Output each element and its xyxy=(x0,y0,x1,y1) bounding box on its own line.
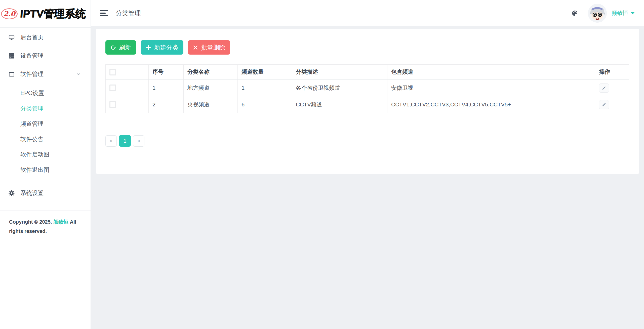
author-link[interactable]: 颜致恒 xyxy=(53,219,68,225)
page-title: 分类管理 xyxy=(116,9,141,17)
server-icon xyxy=(8,53,15,59)
sidebar-subitem-channel[interactable]: 频道管理 xyxy=(0,116,91,132)
refresh-button[interactable]: 刷新 xyxy=(105,40,136,55)
pagination-next-button[interactable]: » xyxy=(133,135,144,147)
toolbar: 刷新 新建分类 批量删除 xyxy=(105,40,629,55)
cell-channel-count: 6 xyxy=(238,96,292,113)
cell-category-name: 地方频道 xyxy=(184,80,238,96)
version-badge: 2.0 xyxy=(1,8,18,19)
table-header-row: 序号 分类名称 频道数量 分类描述 包含频道 操作 xyxy=(106,65,629,80)
app-window-icon xyxy=(8,71,15,77)
sidebar-subitem-exit-image[interactable]: 软件退出图 xyxy=(0,162,91,178)
cell-seq: 1 xyxy=(149,80,184,96)
cell-description: CCTV频道 xyxy=(292,96,387,113)
main-area: 分类管理 xyxy=(91,0,644,329)
user-menu[interactable]: 颜致恒 xyxy=(612,9,635,17)
column-header: 序号 xyxy=(149,65,184,80)
cell-seq: 2 xyxy=(149,96,184,113)
batch-delete-button[interactable]: 批量删除 xyxy=(188,40,230,55)
copyright: Copyright © 2025. 颜致恒 All rights reserve… xyxy=(0,211,91,236)
sidebar: 2.0 IPTV管理系统 后台首页 xyxy=(0,0,91,329)
sidebar-subitem-epg[interactable]: EPG设置 xyxy=(0,86,91,101)
gear-icon xyxy=(8,190,15,196)
column-header: 频道数量 xyxy=(238,65,292,80)
column-header: 分类名称 xyxy=(184,65,238,80)
pagination-page-1[interactable]: 1 xyxy=(119,135,131,147)
username: 颜致恒 xyxy=(612,9,628,17)
cell-description: 各个省份卫视频道 xyxy=(292,80,387,96)
brand-title: IPTV管理系统 xyxy=(20,7,86,21)
cell-channel-count: 1 xyxy=(238,80,292,96)
palette-icon xyxy=(572,10,578,16)
user-avatar[interactable] xyxy=(588,4,607,23)
sidebar-subitem-splash[interactable]: 软件启动图 xyxy=(0,147,91,162)
sidebar-item-label: 系统设置 xyxy=(20,189,44,197)
table-row: 1 地方频道 1 各个省份卫视频道 安徽卫视 xyxy=(106,80,629,96)
select-all-header-cell xyxy=(106,65,149,80)
cell-category-name: 央视频道 xyxy=(184,96,238,113)
chevron-down-icon xyxy=(76,72,80,76)
edit-row-button[interactable] xyxy=(599,84,609,93)
brand: 2.0 IPTV管理系统 xyxy=(0,0,91,28)
category-card: 刷新 新建分类 批量删除 xyxy=(96,29,639,174)
sidebar-item-label: 软件管理 xyxy=(20,70,44,78)
column-header: 包含频道 xyxy=(387,65,595,80)
menu-toggle-button[interactable] xyxy=(100,10,108,16)
pencil-icon xyxy=(602,86,606,90)
table-row: 2 央视频道 6 CCTV频道 CCTV1,CCTV2,CCTV3,CCTV4,… xyxy=(106,96,629,113)
sidebar-item-home[interactable]: 后台首页 xyxy=(0,28,91,47)
app-root: 2.0 IPTV管理系统 后台首页 xyxy=(0,0,644,329)
row-checkbox[interactable] xyxy=(109,85,116,91)
close-icon xyxy=(193,45,198,50)
monitor-icon xyxy=(8,34,15,41)
pagination-prev-button[interactable]: « xyxy=(105,135,117,147)
column-header: 分类描述 xyxy=(292,65,387,80)
column-header: 操作 xyxy=(595,65,629,80)
pagination: « 1 » xyxy=(105,135,629,147)
sidebar-item-label: 设备管理 xyxy=(20,52,44,60)
category-table: 序号 分类名称 频道数量 分类描述 包含频道 操作 1 地方频道 xyxy=(105,64,629,113)
sidebar-subitem-category[interactable]: 分类管理 xyxy=(0,101,91,116)
row-checkbox[interactable] xyxy=(109,101,116,108)
sidebar-item-label: 后台首页 xyxy=(20,33,44,41)
topbar: 分类管理 xyxy=(91,0,644,26)
copyright-prefix: Copyright © 2025. xyxy=(9,219,52,225)
avatar-image xyxy=(588,4,607,23)
edit-row-button[interactable] xyxy=(599,100,609,109)
software-submenu: EPG设置 分类管理 频道管理 软件公告 软件启动图 软件退出图 xyxy=(0,83,91,180)
sidebar-item-settings[interactable]: 系统设置 xyxy=(0,184,91,202)
caret-down-icon xyxy=(631,12,635,14)
sidebar-menu: 后台首页 设备管理 xyxy=(0,28,91,202)
select-all-checkbox[interactable] xyxy=(109,69,116,75)
cell-channels: CCTV1,CCTV2,CCTV3,CCTV4,CCTV5,CCTV5+ xyxy=(387,96,595,113)
refresh-icon xyxy=(110,45,116,50)
topbar-right: 颜致恒 xyxy=(572,4,635,23)
cell-channels: 安徽卫视 xyxy=(387,80,595,96)
plus-icon xyxy=(146,45,151,50)
content-area: 刷新 新建分类 批量删除 xyxy=(91,26,644,329)
sidebar-item-software[interactable]: 软件管理 xyxy=(0,65,91,83)
create-category-button[interactable]: 新建分类 xyxy=(141,40,183,55)
sidebar-subitem-announcement[interactable]: 软件公告 xyxy=(0,132,91,147)
theme-palette-button[interactable] xyxy=(572,10,578,16)
sidebar-item-devices[interactable]: 设备管理 xyxy=(0,47,91,65)
pencil-icon xyxy=(602,102,606,107)
